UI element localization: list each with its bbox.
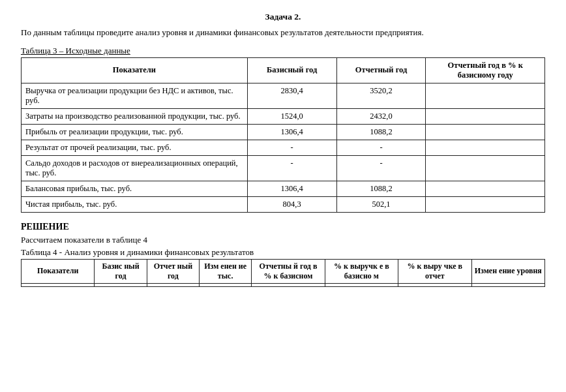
table3-row7-report: 502,1 <box>336 196 426 212</box>
solution-desc: Рассчитаем показатели в таблице 4 <box>21 235 545 245</box>
page: Задача 2. По данным таблицы проведите ан… <box>0 0 566 392</box>
table4-header-col8: Измен ение уровня <box>471 259 544 283</box>
table3-row6-base: 1306,4 <box>247 181 336 196</box>
table3-row5-report: - <box>336 155 426 181</box>
table4-header-col4: Изм енен ие тыс. <box>200 259 252 283</box>
table4-row1-col4 <box>200 283 252 286</box>
table4-row1-col8 <box>471 283 544 286</box>
table3-row3-name: Прибыль от реализации продукции, тыс. ру… <box>22 124 248 140</box>
table3-row2-report: 2432,0 <box>336 108 426 124</box>
table3-row6-pct <box>426 181 545 196</box>
table3-row5-name: Сальдо доходов и расходов от внереализац… <box>22 155 248 181</box>
table3-row2-pct <box>426 108 545 124</box>
table3-header-col1: Показатели <box>22 57 248 83</box>
solution-section: РЕШЕНИЕ Рассчитаем показатели в таблице … <box>21 222 545 287</box>
table3-label: Таблица 3 – Исходные данные <box>21 46 545 56</box>
table3-row4-base: - <box>247 140 336 155</box>
table3-row3-base: 1306,4 <box>247 124 336 140</box>
table4-header-col5: Отчетны й год в % к базисном <box>252 259 325 283</box>
table3-row3-pct <box>426 124 545 140</box>
table4-header-col1: Показатели <box>22 259 95 283</box>
table3-row-4: Результат от прочей реализации, тыс. руб… <box>22 140 545 155</box>
table3-row-2: Затраты на производство реализованной пр… <box>22 108 545 124</box>
table4: Показатели Базис ный год Отчет ный год И… <box>21 259 545 287</box>
table4-row1-col3 <box>147 283 199 286</box>
table3-row1-report: 3520,2 <box>336 83 426 108</box>
table3-row-7: Чистая прибыль, тыс. руб.804,3502,1 <box>22 196 545 212</box>
table3-header-col4: Отчетный год в % к базисному году <box>426 57 545 83</box>
table3-row-1: Выручка от реализации продукции без НДС … <box>22 83 545 108</box>
table4-row1-col1 <box>22 283 95 286</box>
table3-row2-base: 1524,0 <box>247 108 336 124</box>
table3-row1-name: Выручка от реализации продукции без НДС … <box>22 83 248 108</box>
table3-row-5: Сальдо доходов и расходов от внереализац… <box>22 155 545 181</box>
task-description: По данным таблицы проведите анализ уровн… <box>21 26 545 39</box>
table4-label: Таблица 4 - Анализ уровня и динамики фин… <box>21 247 545 258</box>
table3-row-3: Прибыль от реализации продукции, тыс. ру… <box>22 124 545 140</box>
table3-row5-base: - <box>247 155 336 181</box>
table3-row6-name: Балансовая прибыль, тыс. руб. <box>22 181 248 196</box>
table3-row5-pct <box>426 155 545 181</box>
table3-header-col3: Отчетный год <box>336 57 426 83</box>
table4-header-col6: % к выручк е в базисно м <box>325 259 398 283</box>
table3-row4-report: - <box>336 140 426 155</box>
table3-row7-pct <box>426 196 545 212</box>
table3-header-col2: Базисный год <box>247 57 336 83</box>
table4-row1-col6 <box>325 283 398 286</box>
table4-row1-col7 <box>398 283 471 286</box>
task-title: Задача 2. <box>21 12 545 22</box>
table3-row1-pct <box>426 83 545 108</box>
table4-header-col7: % к выру чке в отчет <box>398 259 471 283</box>
table3-row4-name: Результат от прочей реализации, тыс. руб… <box>22 140 248 155</box>
solution-title: РЕШЕНИЕ <box>21 222 545 232</box>
table3-row-6: Балансовая прибыль, тыс. руб.1306,41088,… <box>22 181 545 196</box>
table4-row1-col5 <box>252 283 325 286</box>
table4-header-col2: Базис ный год <box>95 259 147 283</box>
table3-row3-report: 1088,2 <box>336 124 426 140</box>
table3: Показатели Базисный год Отчетный год Отч… <box>21 57 545 213</box>
table3-row4-pct <box>426 140 545 155</box>
table3-row1-base: 2830,4 <box>247 83 336 108</box>
table4-header-col3: Отчет ный год <box>147 259 199 283</box>
table3-row2-name: Затраты на производство реализованной пр… <box>22 108 248 124</box>
table3-row6-report: 1088,2 <box>336 181 426 196</box>
table3-row7-name: Чистая прибыль, тыс. руб. <box>22 196 248 212</box>
table3-row7-base: 804,3 <box>247 196 336 212</box>
table4-row1-col2 <box>95 283 147 286</box>
